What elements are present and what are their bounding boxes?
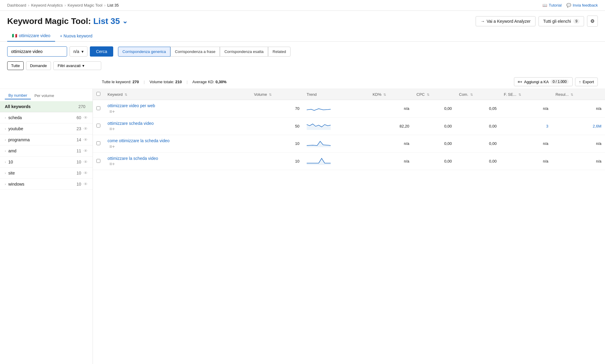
row-checkbox[interactable] bbox=[96, 141, 100, 145]
row-checkbox[interactable] bbox=[96, 124, 100, 128]
td-cpc: 0,00 bbox=[413, 152, 456, 170]
sort-by-number-button[interactable]: By number bbox=[5, 92, 31, 99]
add-to-list-icon[interactable]: ≡+ bbox=[108, 161, 117, 167]
th-keyword[interactable]: Keyword ⇅ bbox=[104, 89, 250, 100]
sort-per-volume-button[interactable]: Per volume bbox=[31, 92, 58, 99]
td-volume: 10 bbox=[250, 152, 303, 170]
keyword-link[interactable]: ottimizzare video per web bbox=[108, 103, 247, 109]
sidebar-item[interactable]: › windows 10 👁 bbox=[0, 179, 93, 190]
sidebar-item-count: 14 bbox=[76, 137, 81, 142]
keyword-link[interactable]: ottimizzare la scheda video bbox=[108, 156, 247, 162]
add-to-list-icon[interactable]: ≡+ bbox=[108, 143, 117, 150]
select-value: n/a bbox=[73, 49, 79, 54]
chevron-down-icon: ▾ bbox=[81, 49, 84, 54]
sort-icon: ⇅ bbox=[269, 93, 272, 96]
th-trend: Trend bbox=[303, 89, 369, 100]
sidebar-item-count: 10 bbox=[76, 160, 81, 164]
settings-button[interactable]: ⚙ bbox=[587, 16, 598, 27]
td-fse: n/a bbox=[500, 100, 552, 118]
elenchi-badge: 9 bbox=[573, 19, 580, 24]
sidebar-item[interactable]: › 10 10 👁 bbox=[0, 157, 93, 168]
breadcrumb-analytics[interactable]: Keyword Analytics bbox=[31, 3, 63, 7]
table-row: ottimizzare la scheda video ≡+ 10 n/a 0,… bbox=[93, 152, 605, 170]
td-result: n/a bbox=[552, 152, 605, 170]
eye-icon[interactable]: 👁 bbox=[84, 126, 88, 131]
stats-actions: ≡+ Aggiungi a KA 0 / 1.000 ↑ Export bbox=[514, 77, 598, 86]
match-related-button[interactable]: Related bbox=[268, 47, 291, 57]
elenchi-label: Tutti gli elenchi bbox=[543, 19, 571, 24]
keyword-analyzer-button[interactable]: → Vai a Keyword Analyzer bbox=[476, 16, 536, 26]
match-generic-button[interactable]: Corrispondenza generica bbox=[118, 47, 170, 57]
trend-chart bbox=[307, 139, 331, 147]
add-to-list-icon[interactable]: ≡+ bbox=[108, 108, 117, 115]
breadcrumb-magic-tool[interactable]: Keyword Magic Tool bbox=[68, 3, 102, 7]
chevron-down-icon[interactable]: ⌄ bbox=[122, 17, 128, 25]
chevron-right-icon: › bbox=[5, 182, 6, 186]
tab-ottimizzare-video[interactable]: 🇮🇹 ottimizzare video bbox=[7, 30, 55, 42]
tab-add-keyword[interactable]: + Nuova keyword bbox=[55, 31, 97, 41]
eye-icon[interactable]: 👁 bbox=[84, 148, 88, 153]
filter-row: Tutte Domande Filtri avanzati ▾ bbox=[0, 61, 605, 75]
feedback-label: Invia feedback bbox=[573, 3, 598, 7]
tabs-row: 🇮🇹 ottimizzare video + Nuova keyword bbox=[0, 30, 605, 42]
th-volume[interactable]: Volume ⇅ bbox=[250, 89, 303, 100]
td-fse: n/a bbox=[500, 152, 552, 170]
eye-icon[interactable]: 👁 bbox=[84, 115, 88, 120]
th-fse[interactable]: F. SE... ⇅ bbox=[500, 89, 552, 100]
filter-domande-button[interactable]: Domande bbox=[26, 61, 51, 70]
eye-icon[interactable]: 👁 bbox=[84, 160, 88, 164]
td-trend bbox=[303, 100, 369, 118]
sort-icon: ⇅ bbox=[125, 93, 127, 96]
upload-icon: ↑ bbox=[579, 80, 581, 84]
search-input[interactable] bbox=[7, 46, 67, 57]
export-button[interactable]: ↑ Export bbox=[575, 78, 598, 86]
page-title-list-name: List 35 bbox=[93, 16, 120, 26]
sidebar-item[interactable]: › scheda 60 👁 bbox=[0, 112, 93, 123]
eye-icon[interactable]: 👁 bbox=[84, 137, 88, 142]
sidebar-item[interactable]: › site 10 👁 bbox=[0, 168, 93, 179]
tutorial-link[interactable]: 📖 Tutorial bbox=[542, 3, 562, 7]
tutti-elenchi-button[interactable]: Tutti gli elenchi 9 bbox=[539, 16, 584, 26]
country-select[interactable]: n/a ▾ bbox=[69, 46, 87, 57]
td-volume: 10 bbox=[250, 135, 303, 153]
sort-icon: ⇅ bbox=[470, 93, 473, 96]
filter-tutte-button[interactable]: Tutte bbox=[7, 61, 24, 70]
sidebar-item[interactable]: › youtube 23 👁 bbox=[0, 123, 93, 134]
td-fse: n/a bbox=[500, 135, 552, 153]
keyword-link[interactable]: come ottimizzare la scheda video bbox=[108, 138, 247, 144]
select-all-checkbox[interactable] bbox=[96, 92, 100, 96]
sidebar-item-label: amd bbox=[8, 148, 77, 153]
cerca-button[interactable]: Cerca bbox=[90, 46, 113, 57]
sidebar-all-keywords[interactable]: All keywords 270 bbox=[0, 101, 93, 112]
chat-icon: 💬 bbox=[566, 3, 571, 7]
list-icon: ≡+ bbox=[518, 80, 522, 84]
th-kd[interactable]: KD% ⇅ bbox=[369, 89, 413, 100]
breadcrumb-dashboard[interactable]: Dashboard bbox=[7, 3, 26, 7]
row-checkbox[interactable] bbox=[96, 106, 100, 110]
filter-advanced-button[interactable]: Filtri avanzati ▾ bbox=[53, 61, 101, 70]
td-trend bbox=[303, 152, 369, 170]
match-phrase-button[interactable]: Corrispondenza a frase bbox=[170, 47, 220, 57]
th-cpc[interactable]: CPC ⇅ bbox=[413, 89, 456, 100]
th-com[interactable]: Com. ⇅ bbox=[456, 89, 500, 100]
sidebar-item-label: youtube bbox=[8, 126, 77, 131]
breadcrumb-current: List 35 bbox=[107, 3, 119, 7]
add-to-list-icon[interactable]: ≡+ bbox=[108, 126, 117, 132]
tab-add-label: + Nuova keyword bbox=[60, 34, 93, 38]
th-result[interactable]: Resul... ⇅ bbox=[552, 89, 605, 100]
page-title-row: Keyword Magic Tool: List 35 ⌄ → Vai a Ke… bbox=[0, 11, 605, 30]
eye-icon[interactable]: 👁 bbox=[84, 182, 88, 186]
aggiungi-count: 0 / 1.000 bbox=[550, 79, 569, 84]
feedback-link[interactable]: 💬 Invia feedback bbox=[566, 3, 598, 7]
sidebar-item[interactable]: › programma 14 👁 bbox=[0, 134, 93, 145]
breadcrumb: Dashboard › Keyword Analytics › Keyword … bbox=[7, 3, 119, 7]
sort-icon: ⇅ bbox=[427, 93, 429, 96]
keyword-link[interactable]: ottimizzare scheda video bbox=[108, 121, 247, 127]
flag-icon: 🇮🇹 bbox=[12, 33, 17, 38]
row-checkbox[interactable] bbox=[96, 159, 100, 163]
chevron-right-icon: › bbox=[5, 138, 6, 142]
eye-icon[interactable]: 👁 bbox=[84, 171, 88, 175]
aggiungi-ka-button[interactable]: ≡+ Aggiungi a KA 0 / 1.000 bbox=[514, 77, 573, 86]
sidebar-item[interactable]: › amd 11 👁 bbox=[0, 145, 93, 157]
match-exact-button[interactable]: Corrispondenza esatta bbox=[220, 47, 268, 57]
